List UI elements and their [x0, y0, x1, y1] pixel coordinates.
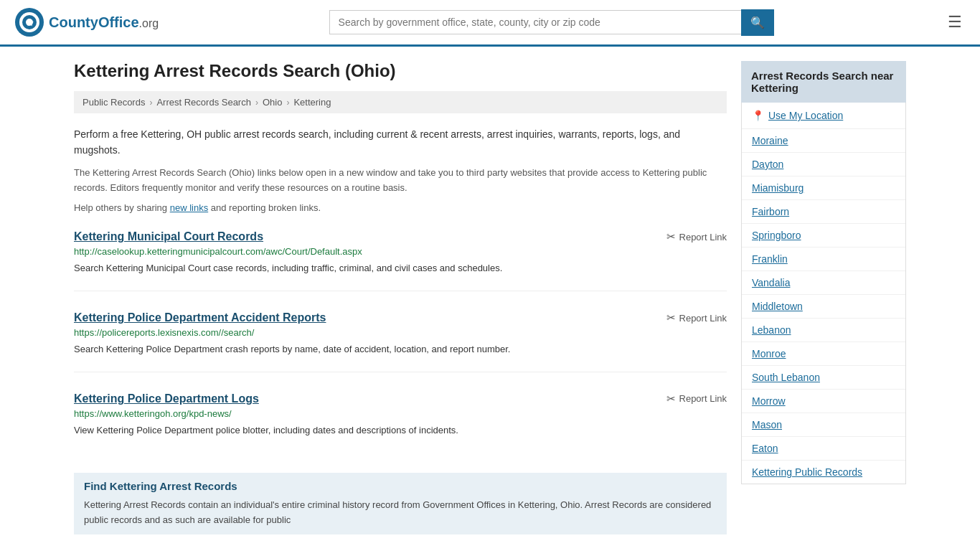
sidebar-link-vandalia[interactable]: Vandalia	[742, 271, 905, 295]
svg-text:★: ★	[26, 18, 34, 28]
find-title: Find Kettering Arrest Records	[84, 480, 717, 492]
record-title-row-2: Kettering Police Department Accident Rep…	[74, 311, 727, 324]
breadcrumb-public-records[interactable]: Public Records	[83, 97, 145, 108]
report-link-btn-1[interactable]: ✂ Report Link	[666, 230, 727, 243]
menu-icon: ☰	[948, 13, 962, 31]
report-link-icon-2: ✂	[666, 311, 676, 324]
search-button[interactable]: 🔍	[741, 9, 774, 36]
sidebar-link-dayton[interactable]: Dayton	[742, 153, 905, 176]
share-text: Help others by sharing new links and rep…	[74, 202, 727, 213]
record-title-1[interactable]: Kettering Municipal Court Records	[74, 230, 263, 243]
search-area: 🔍	[329, 9, 774, 36]
record-url-1: http://caselookup.ketteringmunicipalcour…	[74, 246, 727, 257]
sidebar-link-kettering-public[interactable]: Kettering Public Records	[742, 461, 905, 484]
record-card-1: Kettering Municipal Court Records ✂ Repo…	[74, 230, 727, 291]
sidebar-link-franklin[interactable]: Franklin	[742, 248, 905, 271]
logo-text: CountyOffice.org	[49, 14, 159, 31]
record-title-3[interactable]: Kettering Police Department Logs	[74, 392, 259, 405]
breadcrumb-sep-3: ›	[286, 98, 289, 108]
record-card-3: Kettering Police Department Logs ✂ Repor…	[74, 392, 727, 453]
record-desc-3: View Kettering Police Department police …	[74, 423, 727, 438]
sidebar-link-moraine[interactable]: Moraine	[742, 129, 905, 153]
records-container: Kettering Municipal Court Records ✂ Repo…	[74, 230, 727, 452]
breadcrumb-ohio[interactable]: Ohio	[263, 97, 282, 108]
record-card-2: Kettering Police Department Accident Rep…	[74, 311, 727, 372]
find-desc: Kettering Arrest Records contain an indi…	[84, 498, 717, 528]
sidebar-link-eaton[interactable]: Eaton	[742, 437, 905, 461]
record-title-2[interactable]: Kettering Police Department Accident Rep…	[74, 311, 326, 324]
intro-text: Perform a free Kettering, OH public arre…	[74, 126, 727, 159]
record-title-row-3: Kettering Police Department Logs ✂ Repor…	[74, 392, 727, 405]
sidebar-link-fairborn[interactable]: Fairborn	[742, 200, 905, 224]
record-url-2: https://policereports.lexisnexis.com//se…	[74, 327, 727, 338]
breadcrumb-sep-2: ›	[255, 98, 258, 108]
sidebar-content: 📍 Use My Location Moraine Dayton Miamisb…	[741, 103, 906, 484]
sidebar-header: Arrest Records Search near Kettering	[741, 61, 906, 103]
sidebar-link-lebanon[interactable]: Lebanon	[742, 319, 905, 342]
report-link-btn-2[interactable]: ✂ Report Link	[666, 311, 727, 324]
sidebar-link-springboro[interactable]: Springboro	[742, 224, 905, 248]
location-pin-icon: 📍	[752, 110, 764, 121]
header: ★ CountyOffice.org 🔍 ☰	[0, 0, 980, 47]
sidebar-link-middletown[interactable]: Middletown	[742, 295, 905, 319]
logo-icon: ★	[14, 7, 44, 37]
breadcrumb-arrest-records[interactable]: Arrest Records Search	[156, 97, 251, 108]
sidebar-link-south-lebanon[interactable]: South Lebanon	[742, 366, 905, 390]
breadcrumb-kettering: Kettering	[293, 97, 331, 108]
sidebar-link-morrow[interactable]: Morrow	[742, 390, 905, 413]
report-link-icon-3: ✂	[666, 392, 676, 405]
search-icon: 🔍	[750, 17, 765, 29]
report-link-icon-1: ✂	[666, 230, 676, 243]
hamburger-button[interactable]: ☰	[944, 9, 966, 35]
sidebar-link-miamisburg[interactable]: Miamisburg	[742, 176, 905, 200]
page-title: Kettering Arrest Records Search (Ohio)	[74, 61, 727, 81]
sidebar-link-monroe[interactable]: Monroe	[742, 342, 905, 366]
breadcrumb: Public Records › Arrest Records Search ›…	[74, 91, 727, 113]
logo-area: ★ CountyOffice.org	[14, 7, 159, 37]
use-location[interactable]: 📍 Use My Location	[742, 103, 905, 129]
intro-text-detail: The Kettering Arrest Records Search (Ohi…	[74, 166, 727, 196]
content-area: Kettering Arrest Records Search (Ohio) P…	[74, 61, 727, 546]
new-links-link[interactable]: new links	[170, 202, 208, 213]
use-location-link[interactable]: Use My Location	[768, 110, 843, 121]
sidebar: Arrest Records Search near Kettering 📍 U…	[741, 61, 906, 546]
record-url-3: https://www.ketteringoh.org/kpd-news/	[74, 408, 727, 419]
search-input[interactable]	[329, 10, 741, 34]
sidebar-link-mason[interactable]: Mason	[742, 413, 905, 437]
record-title-row-1: Kettering Municipal Court Records ✂ Repo…	[74, 230, 727, 243]
breadcrumb-sep-1: ›	[149, 98, 152, 108]
main-container: Kettering Arrest Records Search (Ohio) P…	[60, 47, 920, 551]
find-section: Find Kettering Arrest Records Kettering …	[74, 473, 727, 535]
record-desc-2: Search Kettering Police Department crash…	[74, 342, 727, 357]
record-desc-1: Search Kettering Municipal Court case re…	[74, 261, 727, 276]
report-link-btn-3[interactable]: ✂ Report Link	[666, 392, 727, 405]
